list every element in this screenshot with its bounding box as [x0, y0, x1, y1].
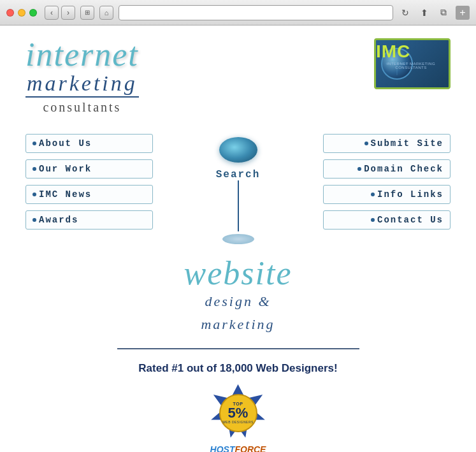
nav-dot — [32, 167, 36, 171]
nav-info-links-label: Info Links — [377, 189, 444, 200]
nav-dot — [32, 218, 36, 222]
imc-badge-text: IMC INTERNET MARKETING CONSULTANTS — [376, 43, 446, 69]
header: internet marketing consultants IMC INTER… — [25, 38, 451, 115]
force-text: FORCE — [234, 444, 266, 452]
nav-domain-check-label: Domain Check — [364, 164, 444, 174]
nav-dot — [32, 193, 36, 196]
nav-our-work[interactable]: Our Work — [25, 159, 153, 179]
browser-nav-icons: ‹ › — [45, 6, 75, 20]
marketing-word: marketing — [201, 316, 275, 332]
nav-section: About Us Our Work IMC News Awards Search — [25, 134, 451, 244]
new-tab-button[interactable]: + — [456, 6, 470, 20]
badge-percent: 5% — [228, 406, 249, 420]
nav-dot — [364, 142, 368, 145]
forward-button[interactable]: › — [61, 6, 75, 20]
nav-dot — [357, 167, 361, 171]
nav-submit-site[interactable]: Submit Site — [323, 134, 451, 153]
nav-contact-us[interactable]: Contact Us — [323, 210, 451, 230]
nav-domain-check[interactable]: Domain Check — [323, 159, 451, 179]
search-line — [238, 180, 239, 231]
rated-text: Rated #1 out of 18,000 Web Designers! — [25, 362, 451, 375]
minimize-button[interactable] — [18, 9, 25, 17]
nav-submit-site-label: Submit Site — [371, 138, 444, 149]
design-word: design & — [205, 293, 271, 309]
search-label[interactable]: Search — [216, 169, 261, 180]
address-bar[interactable] — [119, 5, 393, 20]
reload-button[interactable]: ↻ — [398, 6, 412, 20]
award-badge: TOP 5% WEB DESIGNERS HOSTFORCE — [25, 384, 451, 452]
nav-dot — [371, 218, 375, 222]
traffic-lights — [6, 9, 37, 17]
browser-chrome: ‹ › ⊞ ⌂ ↻ ⬆ ⧉ + — [0, 0, 476, 26]
nav-center: Search — [191, 134, 286, 244]
nav-right: Submit Site Domain Check Info Links Cont… — [310, 134, 451, 230]
badge-circle: TOP 5% WEB DESIGNERS — [219, 394, 257, 432]
badge-web-label: WEB DESIGNERS — [222, 420, 254, 424]
nav-imc-news-label: IMC News — [39, 189, 92, 200]
award-container: TOP 5% WEB DESIGNERS HOSTFORCE — [210, 384, 267, 452]
maximize-button[interactable] — [29, 9, 37, 17]
close-button[interactable] — [6, 9, 14, 17]
top5-badge: TOP 5% WEB DESIGNERS — [210, 384, 267, 442]
imc-badge: IMC INTERNET MARKETING CONSULTANTS — [374, 38, 451, 89]
search-globe — [219, 137, 257, 163]
nav-about-us-label: About Us — [39, 138, 92, 149]
tabs-button[interactable]: ⧉ — [436, 6, 451, 20]
back-button[interactable]: ‹ — [45, 6, 59, 20]
grid-view-button[interactable]: ⊞ — [80, 6, 94, 20]
nav-left: About Us Our Work IMC News Awards — [25, 134, 166, 230]
logo-internet: internet — [25, 38, 139, 71]
nav-info-links[interactable]: Info Links — [323, 185, 451, 204]
page-content: internet marketing consultants IMC INTER… — [0, 26, 476, 452]
logo-marketing: marketing — [25, 71, 139, 98]
website-design-section: website design & marketing — [25, 257, 451, 335]
share-button[interactable]: ⬆ — [417, 6, 431, 20]
search-oval — [222, 234, 254, 244]
nav-contact-us-label: Contact Us — [377, 215, 444, 225]
host-text: HOST — [210, 444, 235, 452]
imc-letters: IMC — [376, 43, 446, 61]
nav-imc-news[interactable]: IMC News — [25, 185, 153, 204]
hostforce-text: HOSTFORCE — [210, 444, 266, 452]
nav-dot — [371, 193, 375, 196]
logo: internet marketing consultants — [25, 38, 139, 115]
logo-consultants: consultants — [25, 100, 139, 115]
nav-about-us[interactable]: About Us — [25, 134, 153, 153]
nav-dot — [32, 142, 36, 145]
home-button[interactable]: ⌂ — [99, 6, 113, 20]
divider — [117, 348, 359, 349]
design-marketing-text: design & marketing — [25, 290, 451, 335]
nav-awards[interactable]: Awards — [25, 210, 153, 230]
nav-our-work-label: Our Work — [39, 164, 92, 174]
website-word: website — [25, 257, 451, 290]
nav-awards-label: Awards — [39, 215, 78, 225]
search-eye-icon — [216, 134, 261, 166]
imc-subtext: INTERNET MARKETING CONSULTANTS — [376, 62, 446, 69]
